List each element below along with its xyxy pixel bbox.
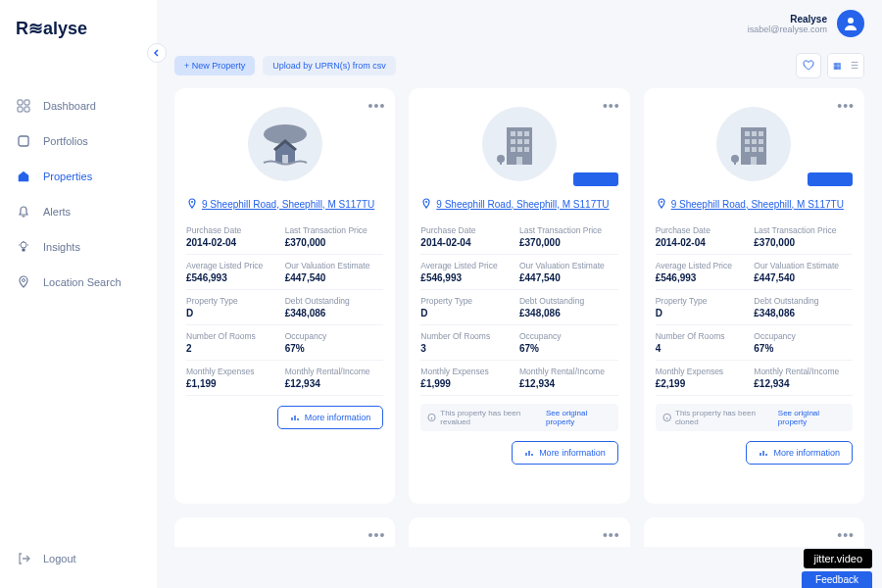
grid-icon bbox=[16, 98, 31, 114]
stat-value: £546,993 bbox=[656, 272, 755, 283]
sidebar-item-alerts[interactable]: Alerts bbox=[0, 194, 157, 229]
more-information-button[interactable]: More information bbox=[746, 441, 853, 465]
card-menu-button[interactable]: ••• bbox=[603, 527, 620, 543]
feedback-button[interactable]: Feedback bbox=[802, 571, 872, 588]
stat-label: Number Of Rooms bbox=[420, 331, 519, 341]
stat-value: £370,000 bbox=[519, 237, 618, 248]
property-card: ••• bbox=[409, 517, 629, 547]
stat: Last Transaction Price£370,000 bbox=[519, 220, 618, 255]
see-original-link[interactable]: See original property bbox=[546, 409, 612, 426]
stat-value: £348,086 bbox=[285, 308, 384, 318]
property-address-link[interactable]: 9 Sheephill Road, Sheephill, M S117TU bbox=[202, 199, 374, 210]
sidebar-item-dashboard[interactable]: Dashboard bbox=[0, 88, 157, 123]
stat-label: Debt Outstanding bbox=[285, 296, 384, 306]
property-card: ••• 9 Sheephill Road, Sheephill, M S117T… bbox=[174, 88, 395, 504]
square-icon bbox=[16, 133, 31, 149]
property-address-link[interactable]: 9 Sheephill Road, Sheephill, M S117TU bbox=[436, 199, 609, 210]
stat: Monthly Expenses£2,199 bbox=[656, 361, 755, 396]
see-original-link[interactable]: See original property bbox=[778, 409, 846, 426]
svg-rect-28 bbox=[752, 131, 757, 136]
stat-value: D bbox=[656, 308, 755, 318]
svg-point-10 bbox=[191, 201, 193, 203]
stat-value: 2014-02-04 bbox=[420, 237, 519, 248]
stat-label: Our Valuation Estimate bbox=[519, 261, 618, 270]
property-address-link[interactable]: 9 Sheephill Road, Sheephill, M S117TU bbox=[671, 199, 844, 210]
sidebar-item-properties[interactable]: Properties bbox=[0, 159, 157, 194]
svg-rect-16 bbox=[517, 139, 522, 144]
status-badge bbox=[573, 172, 618, 186]
bars-icon bbox=[524, 448, 534, 458]
stat: Occupancy67% bbox=[754, 325, 853, 361]
svg-rect-3 bbox=[24, 107, 29, 112]
card-menu-button[interactable]: ••• bbox=[368, 527, 386, 543]
bulb-icon bbox=[16, 239, 31, 255]
chevron-left-icon bbox=[153, 49, 161, 57]
stat-value: £348,086 bbox=[754, 308, 853, 318]
stat-value: £447,540 bbox=[285, 272, 384, 283]
sidebar: R≋alyse DashboardPortfoliosPropertiesAle… bbox=[0, 0, 157, 588]
nav-label: Alerts bbox=[43, 206, 71, 218]
upload-uprn-button[interactable]: Upload by UPRN(s) from csv bbox=[263, 56, 396, 75]
stat-label: Average Listed Price bbox=[656, 261, 755, 270]
nav: DashboardPortfoliosPropertiesAlertsInsig… bbox=[0, 59, 157, 541]
stat: Last Transaction Price£370,000 bbox=[754, 220, 853, 255]
stat: Monthly Expenses£1,999 bbox=[420, 361, 519, 396]
svg-rect-4 bbox=[19, 136, 28, 146]
stat-label: Debt Outstanding bbox=[519, 296, 618, 306]
bell-icon bbox=[16, 204, 31, 220]
stat: Occupancy67% bbox=[519, 325, 618, 361]
user-email: isabel@realyse.com bbox=[748, 24, 827, 34]
stat: Debt Outstanding£348,086 bbox=[285, 290, 384, 325]
stat-label: Occupancy bbox=[754, 331, 853, 341]
collapse-sidebar-button[interactable] bbox=[147, 43, 167, 63]
pin-icon bbox=[16, 274, 31, 290]
stat: Number Of Rooms4 bbox=[656, 325, 755, 361]
logo: R≋alyse bbox=[0, 12, 157, 59]
nav-label: Dashboard bbox=[43, 100, 96, 112]
svg-rect-29 bbox=[759, 131, 763, 136]
bars-icon bbox=[759, 448, 768, 458]
stat-label: Last Transaction Price bbox=[519, 225, 618, 235]
more-information-button[interactable]: More information bbox=[512, 441, 618, 465]
stat-value: £447,540 bbox=[519, 272, 618, 283]
svg-rect-14 bbox=[524, 131, 529, 136]
stat-value: 67% bbox=[754, 343, 853, 354]
stat-value: 67% bbox=[519, 343, 618, 354]
property-image bbox=[186, 100, 383, 188]
sidebar-item-portfolios[interactable]: Portfolios bbox=[0, 123, 157, 159]
sidebar-item-insights[interactable]: Insights bbox=[0, 229, 157, 265]
svg-rect-38 bbox=[734, 159, 736, 165]
stat: Number Of Rooms3 bbox=[420, 325, 519, 361]
card-menu-button[interactable]: ••• bbox=[837, 527, 855, 543]
svg-rect-13 bbox=[517, 131, 522, 136]
stat: Average Listed Price£546,993 bbox=[420, 255, 519, 290]
stat: Last Transaction Price£370,000 bbox=[285, 220, 384, 255]
notice-text: This property has been cloned bbox=[675, 409, 774, 426]
list-view-button[interactable]: ☰ bbox=[846, 54, 863, 77]
home-icon bbox=[16, 169, 31, 184]
nav-label: Properties bbox=[43, 171, 92, 182]
new-property-button[interactable]: + New Property bbox=[174, 56, 255, 75]
stat: Average Listed Price£546,993 bbox=[656, 255, 755, 290]
avatar[interactable] bbox=[837, 10, 864, 37]
status-badge bbox=[808, 172, 853, 186]
sidebar-item-location-search[interactable]: Location Search bbox=[0, 265, 157, 300]
favorite-button[interactable] bbox=[796, 53, 821, 78]
user-icon bbox=[842, 15, 859, 32]
property-image bbox=[656, 100, 853, 188]
stat: Purchase Date2014-02-04 bbox=[420, 220, 519, 255]
property-card: ••• bbox=[644, 517, 864, 547]
logout-button[interactable]: Logout bbox=[0, 541, 157, 576]
stat-value: £447,540 bbox=[754, 272, 853, 283]
svg-rect-21 bbox=[516, 157, 522, 165]
more-information-button[interactable]: More information bbox=[277, 406, 384, 429]
svg-rect-18 bbox=[511, 147, 515, 152]
stat-value: 3 bbox=[420, 343, 519, 354]
user-info: Realyse isabel@realyse.com bbox=[748, 14, 827, 34]
grid-view-button[interactable]: ▦ bbox=[828, 54, 846, 77]
stat-label: Last Transaction Price bbox=[754, 225, 853, 235]
property-cards: ••• 9 Sheephill Road, Sheephill, M S117T… bbox=[157, 88, 882, 588]
svg-rect-30 bbox=[745, 139, 750, 144]
property-card: ••• bbox=[174, 517, 395, 547]
stat: Purchase Date2014-02-04 bbox=[656, 220, 755, 255]
